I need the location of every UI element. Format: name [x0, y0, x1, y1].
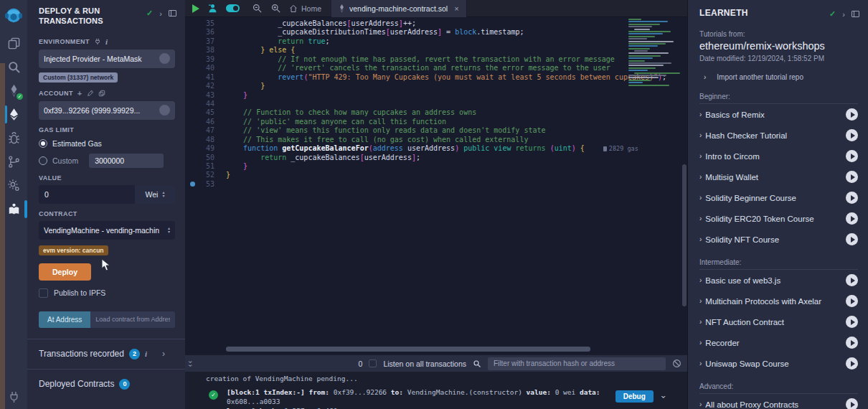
publish-ipfs-checkbox[interactable]: [39, 288, 48, 298]
play-tutorial-button[interactable]: [846, 357, 858, 370]
panel-layout-icon[interactable]: [852, 11, 859, 17]
play-tutorial-button[interactable]: [846, 129, 858, 141]
add-account-icon[interactable]: +: [77, 89, 82, 98]
tutorial-item[interactable]: ›Multichain Protocols with Axelar: [699, 291, 858, 311]
expand-tx-icon[interactable]: ›: [658, 394, 668, 399]
line-number[interactable]: 36: [185, 28, 226, 37]
tutorial-item[interactable]: ›All about Proxy Contracts: [699, 394, 858, 409]
terminal-tx-row[interactable]: ✓ [block:1 txIndex:-] from: 0xf39...9226…: [185, 387, 687, 409]
play-tutorial-button[interactable]: [846, 274, 858, 286]
close-tab-icon[interactable]: ×: [454, 4, 458, 13]
tutorial-item[interactable]: ›Solidity Beginner Course: [699, 187, 858, 208]
info-icon[interactable]: i: [105, 37, 108, 46]
tutorial-item[interactable]: ›Uniswap Swap Course: [699, 353, 858, 374]
custom-gas-label: Custom: [52, 156, 78, 165]
expand-terminal-icon[interactable]: ››: [189, 360, 192, 367]
tutorial-item[interactable]: ›Intro to Circom: [699, 146, 858, 166]
terminal-filter-input[interactable]: [488, 357, 666, 370]
play-tutorial-button[interactable]: [846, 212, 858, 225]
line-number[interactable]: 51: [185, 162, 226, 171]
code-line: 43 }: [185, 91, 687, 100]
tutorial-item[interactable]: ›Solidity ERC20 Token Course: [699, 208, 858, 229]
environment-select[interactable]: Injected Provider - MetaMask: [39, 50, 175, 68]
tutorial-item[interactable]: ›Basic use of web3.js: [699, 270, 858, 291]
code-line: 38 } else {: [185, 46, 687, 55]
estimated-gas-radio[interactable]: [39, 139, 47, 148]
line-number[interactable]: 40: [185, 64, 226, 72]
zoom-out-icon[interactable]: [252, 3, 263, 14]
deployed-contracts-row[interactable]: Deployed Contracts 0: [39, 370, 175, 399]
line-number[interactable]: 38: [185, 46, 226, 55]
info-icon[interactable]: i: [145, 349, 147, 358]
code-line: 42 }: [185, 82, 687, 90]
play-tutorial-button[interactable]: [846, 150, 858, 162]
line-number[interactable]: 35: [185, 19, 226, 28]
copy-icon[interactable]: [98, 90, 105, 97]
debug-button[interactable]: Debug: [615, 390, 654, 403]
chevron-right-icon[interactable]: ›: [842, 10, 845, 19]
line-number[interactable]: 50: [185, 154, 226, 162]
line-number[interactable]: 39: [185, 55, 226, 64]
file-tab[interactable]: vending-machine-contract.sol ×: [331, 0, 467, 17]
line-number[interactable]: 47: [185, 126, 226, 135]
terminal-output[interactable]: creation of VendingMachine pending... ✓ …: [185, 372, 687, 409]
custom-gas-input[interactable]: [89, 154, 164, 168]
tutorial-item[interactable]: ›Hash Checker Tutorial: [699, 125, 858, 146]
line-number[interactable]: 37: [185, 37, 226, 46]
line-number[interactable]: 49: [185, 144, 226, 153]
line-number[interactable]: 53: [185, 180, 226, 189]
line-number[interactable]: 41: [185, 73, 226, 82]
assistant-user-icon[interactable]: [207, 3, 218, 14]
editor-vertical-scrollbar[interactable]: [681, 17, 687, 347]
play-tutorial-button[interactable]: [846, 398, 858, 409]
environment-copy-icon[interactable]: [159, 53, 170, 64]
tutorial-item[interactable]: ›Basics of Remix: [699, 104, 858, 125]
play-tutorial-button[interactable]: [846, 337, 858, 349]
line-number[interactable]: 44: [185, 100, 226, 108]
tutorial-item[interactable]: ›Multisig Wallet: [699, 166, 858, 187]
zoom-in-icon[interactable]: [270, 3, 281, 14]
play-tutorial-button[interactable]: [846, 295, 858, 307]
editor-toggle-switch[interactable]: [226, 4, 240, 12]
chevron-right-icon[interactable]: ›: [159, 9, 162, 18]
value-input[interactable]: 0: [39, 185, 135, 204]
account-copy-icon[interactable]: [159, 105, 170, 116]
transactions-recorded-row[interactable]: Transactions recorded 2 i ›: [39, 339, 175, 369]
line-number[interactable]: 45: [185, 108, 226, 117]
tutorial-item[interactable]: ›Recorder: [699, 332, 858, 353]
listen-all-checkbox[interactable]: [369, 359, 377, 367]
account-select[interactable]: 0xf39...92266 (9999.99929...: [39, 101, 175, 120]
play-tutorial-button[interactable]: [846, 233, 858, 245]
contract-select[interactable]: VendingMachine - vending-machin ▴▾: [39, 221, 175, 240]
clear-terminal-icon[interactable]: [672, 359, 681, 368]
chevron-right-icon[interactable]: ›: [162, 349, 165, 359]
play-tutorial-button[interactable]: [846, 316, 858, 328]
tutorial-item-label: Solidity ERC20 Token Course: [705, 215, 846, 223]
run-script-button[interactable]: [192, 4, 199, 13]
line-number[interactable]: 48: [185, 136, 226, 144]
tutorial-item[interactable]: ›NFT Auction Contract: [699, 311, 858, 332]
editor-minimap[interactable]: [628, 19, 680, 90]
remix-logo[interactable]: [0, 0, 27, 32]
editor-horizontal-scrollbar[interactable]: [226, 347, 590, 352]
code-editor[interactable]: 35 _cupcakeBalances[userAddress]++;36 _c…: [185, 17, 687, 354]
play-tutorial-button[interactable]: [846, 192, 858, 204]
at-address-button[interactable]: At Address: [39, 311, 90, 328]
at-address-input[interactable]: [90, 311, 175, 328]
line-number[interactable]: 46: [185, 118, 226, 126]
sign-message-icon[interactable]: [87, 90, 94, 97]
line-number[interactable]: 42: [185, 82, 226, 90]
tutorial-item[interactable]: ›Solidity NFT Course: [699, 229, 858, 250]
breakpoint-dot[interactable]: [190, 182, 195, 187]
value-unit-select[interactable]: Wei ▴▾: [135, 185, 175, 204]
home-tab-button[interactable]: Home: [289, 4, 321, 13]
play-tutorial-button[interactable]: [846, 108, 858, 121]
custom-gas-radio[interactable]: [39, 156, 47, 165]
line-number[interactable]: 43: [185, 91, 226, 100]
deploy-button[interactable]: Deploy: [39, 263, 91, 281]
import-repo-button[interactable]: › Import another tutorial repo: [704, 73, 857, 81]
play-tutorial-button[interactable]: [846, 171, 858, 183]
line-number[interactable]: 52: [185, 171, 226, 179]
file-explorer-icon[interactable]: [0, 32, 27, 55]
panel-layout-icon[interactable]: [169, 10, 176, 17]
